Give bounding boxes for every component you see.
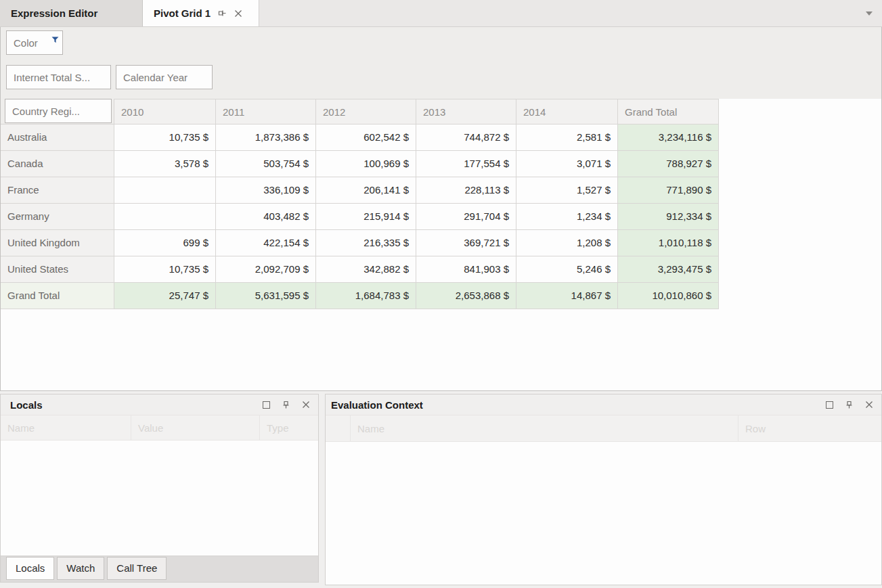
pivot-cell[interactable]: 1,527 $ [516,177,618,204]
panel-title-label: Evaluation Context [331,399,423,411]
locals-tab-strip: LocalsWatchCall Tree [1,556,318,582]
pivot-column-header-2011[interactable]: 2011 [216,99,316,125]
close-icon[interactable] [234,9,242,18]
pivot-row-header-france[interactable]: France [1,177,114,204]
pivot-row-header-grand-total[interactable]: Grand Total [1,283,114,309]
pivot-cell[interactable]: 215,914 $ [316,204,416,230]
pivot-grid-panel: Color Internet Total S... Calendar Year … [0,27,882,391]
pivot-cell[interactable]: 602,542 $ [316,125,416,151]
pivot-cell[interactable]: 1,010,118 $ [618,230,719,256]
pivot-cell[interactable]: 1,684,783 $ [316,283,416,309]
pivot-cell[interactable]: 3,293,475 $ [618,256,719,283]
maximize-icon[interactable] [263,401,270,409]
row-field-button-country-region[interactable]: Country Regi... [5,99,112,123]
pivot-table: Country Regi... 20102011201220132014Gran… [1,99,719,309]
pivot-cell[interactable]: 403,482 $ [216,204,316,230]
pivot-cell[interactable]: 5,631,595 $ [216,283,316,309]
locals-panel: Locals NameValueType LocalsWatchCall Tre… [0,394,319,583]
pivot-cell[interactable]: 216,335 $ [316,230,416,256]
pivot-row-header-united-states[interactable]: United States [1,256,114,283]
filter-funnel-icon[interactable] [51,34,59,45]
pivot-cell[interactable]: 342,882 $ [316,256,416,283]
pivot-column-header-2013[interactable]: 2013 [416,99,516,125]
panel-tab-call-tree[interactable]: Call Tree [107,557,167,580]
field-label: Country Regi... [12,106,80,117]
pivot-cell[interactable]: 291,704 $ [416,204,516,230]
tab-expression-editor[interactable]: Expression Editor [0,0,143,26]
pivot-cell[interactable]: 503,754 $ [216,151,316,177]
pivot-cell[interactable]: 841,903 $ [416,256,516,283]
pivot-corner-cell: Country Regi... [1,99,114,125]
pivot-cell[interactable]: 1,873,386 $ [216,125,316,151]
pivot-cell[interactable]: 3,578 $ [114,151,216,177]
pivot-row-header-united-kingdom[interactable]: United Kingdom [1,230,114,256]
pivot-cell[interactable]: 744,872 $ [416,125,516,151]
panel-title-label: Locals [10,399,43,411]
evaluation-grid-header: Name Row [326,415,881,442]
pivot-cell[interactable]: 14,867 $ [516,283,618,309]
maximize-icon[interactable] [826,401,833,409]
evaluation-header-indent [326,415,351,442]
close-icon[interactable] [865,401,873,409]
pivot-cell[interactable]: 206,141 $ [316,177,416,204]
pivot-column-header-2010[interactable]: 2010 [114,99,216,125]
locals-grid-header: NameValueType [1,415,318,440]
pivot-cell[interactable]: 2,653,868 $ [416,283,516,309]
pivot-cell[interactable]: 369,721 $ [416,230,516,256]
pivot-row-header-canada[interactable]: Canada [1,151,114,177]
pivot-row-header-germany[interactable]: Germany [1,204,114,230]
pivot-cell[interactable]: 336,109 $ [216,177,316,204]
pivot-cell[interactable]: 5,246 $ [516,256,618,283]
pivot-cell[interactable]: 100,969 $ [316,151,416,177]
tab-label: Pivot Grid 1 [154,7,211,19]
pivot-cell[interactable]: 10,735 $ [114,125,216,151]
evaluation-context-panel: Evaluation Context Name Row [325,394,882,585]
tab-pivot-grid-1[interactable]: Pivot Grid 1 [143,0,259,26]
pivot-row-header-australia[interactable]: Australia [1,125,114,151]
locals-grid-body[interactable] [1,440,318,556]
pivot-cell[interactable]: 2,092,709 $ [216,256,316,283]
pin-icon[interactable] [845,401,854,409]
document-tab-bar: Expression Editor Pivot Grid 1 [0,0,882,27]
pivot-cell[interactable] [114,177,216,204]
pin-icon[interactable] [218,9,227,18]
pivot-cell[interactable]: 788,927 $ [618,151,719,177]
locals-column-header-value[interactable]: Value [131,415,260,440]
data-field-button-internet-total-sales[interactable]: Internet Total S... [6,65,111,89]
pivot-cell[interactable]: 912,334 $ [618,204,719,230]
panel-title-buttons [263,401,310,409]
pivot-column-header-2012[interactable]: 2012 [316,99,416,125]
pivot-cell[interactable]: 2,581 $ [516,125,618,151]
panel-tab-watch[interactable]: Watch [57,557,104,580]
pivot-cell[interactable]: 699 $ [114,230,216,256]
pivot-cell[interactable]: 25,747 $ [114,283,216,309]
pivot-cell[interactable]: 422,154 $ [216,230,316,256]
pivot-cell[interactable]: 1,208 $ [516,230,618,256]
close-icon[interactable] [302,401,310,409]
evaluation-column-header-row[interactable]: Row [738,415,881,442]
pivot-cell[interactable]: 1,234 $ [516,204,618,230]
locals-column-header-name[interactable]: Name [1,415,131,440]
pin-icon[interactable] [282,401,290,409]
locals-panel-titlebar: Locals [1,394,318,415]
evaluation-panel-titlebar: Evaluation Context [326,394,881,415]
panel-title-buttons [826,401,873,409]
pivot-cell[interactable]: 10,010,860 $ [618,283,719,309]
evaluation-column-header-name[interactable]: Name [351,415,738,442]
pivot-column-header-grand-total[interactable]: Grand Total [618,99,719,125]
pivot-cell[interactable]: 228,113 $ [416,177,516,204]
pivot-cell[interactable]: 3,234,116 $ [618,125,719,151]
chevron-down-icon[interactable] [866,12,873,16]
evaluation-grid-body[interactable] [326,442,881,585]
pivot-cell[interactable]: 3,071 $ [516,151,618,177]
filter-field-button-color[interactable]: Color [6,30,63,55]
locals-column-header-type[interactable]: Type [260,415,318,440]
column-field-button-calendar-year[interactable]: Calendar Year [116,65,213,89]
tab-label: Expression Editor [11,7,97,19]
pivot-cell[interactable]: 177,554 $ [416,151,516,177]
pivot-cell[interactable]: 771,890 $ [618,177,719,204]
pivot-cell[interactable] [114,204,216,230]
pivot-column-header-2014[interactable]: 2014 [516,99,618,125]
panel-tab-locals[interactable]: Locals [6,557,54,580]
pivot-cell[interactable]: 10,735 $ [114,256,216,283]
